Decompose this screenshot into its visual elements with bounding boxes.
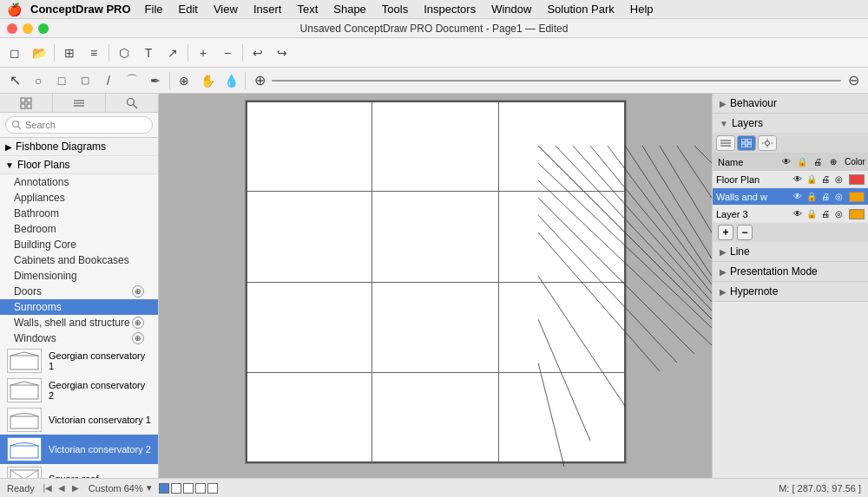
lock-toggle[interactable]: 🔒 [805,190,818,203]
zoom-in-button[interactable]: + [192,42,214,64]
hypernote-header[interactable]: ▶ Hypernote [713,282,868,301]
layers-header[interactable]: ▼ Layers [713,114,868,133]
add-layer-button[interactable]: + [718,225,733,240]
item-sunrooms[interactable]: Sunrooms [0,299,158,315]
layer-tab-grid[interactable] [737,135,756,151]
item-cabinets[interactable]: Cabinets and Bookcases [0,252,158,268]
snap-toggle[interactable]: ◎ [832,207,845,220]
menu-solution-park[interactable]: Solution Park [540,1,621,17]
select-tool[interactable]: ↖ [3,69,26,92]
page-dot-1[interactable] [159,483,169,494]
line-tool[interactable]: / [97,69,120,92]
new-document-button[interactable]: ◻ [3,42,26,64]
shape-square-roof[interactable]: Square roof [0,464,158,478]
eyedropper-tool[interactable]: 💧 [220,69,242,92]
shapes-button[interactable]: ⬡ [113,42,135,64]
item-dimensioning[interactable]: Dimensioning [0,268,158,284]
color-swatch[interactable] [849,174,865,185]
panel-search-button[interactable] [106,94,158,112]
shape-victorian-2[interactable]: Victorian conservatory 2 [0,435,158,464]
layer-color[interactable] [847,192,868,202]
close-button[interactable] [7,23,17,34]
item-annotations[interactable]: Annotations [0,174,158,190]
minimize-button[interactable] [23,23,33,34]
menu-window[interactable]: Window [484,1,538,17]
remove-layer-button[interactable]: − [737,225,753,240]
color-swatch[interactable] [849,209,865,219]
menu-view[interactable]: View [207,1,245,17]
curve-tool[interactable]: ⌒ [121,69,143,92]
color-swatch[interactable] [849,192,865,202]
item-windows[interactable]: Windows ⊕ [0,330,158,346]
page-dot-4[interactable] [195,483,206,494]
snap-toggle[interactable]: ◎ [832,190,845,203]
app-name[interactable]: ConceptDraw PRO [30,3,131,16]
rect-tool[interactable]: □ [50,69,73,92]
behaviour-header[interactable]: ▶ Behaviour [713,94,868,113]
lock-toggle[interactable]: 🔒 [805,207,818,220]
list-view-button[interactable]: ≡ [82,42,105,64]
search-input[interactable] [5,116,153,134]
layer-color[interactable] [847,209,868,219]
menu-edit[interactable]: Edit [172,1,205,17]
shape-georgian-2[interactable]: Georgian conservatory 2 [0,376,158,405]
maximize-button[interactable] [38,23,49,34]
undo-button[interactable]: ↩ [247,42,269,64]
layer-row-walls[interactable]: Walls and w 👁 🔒 🖨 ◎ [713,188,868,206]
item-appliances[interactable]: Appliances [0,190,158,206]
item-bathroom[interactable]: Bathroom [0,206,158,221]
open-button[interactable]: 📂 [28,42,50,64]
menu-insert[interactable]: Insert [247,1,289,17]
eye-toggle[interactable]: 👁 [791,190,804,203]
redo-button[interactable]: ↪ [271,42,293,64]
layer-tab-list[interactable] [716,135,735,151]
menu-help[interactable]: Help [623,1,661,17]
zoom-dropdown-icon[interactable]: ▾ [147,482,152,494]
snap-toggle[interactable]: ◎ [832,173,845,186]
zoom-out-canvas[interactable]: ⊖ [842,69,865,92]
item-bedroom[interactable]: Bedroom [0,221,158,237]
menu-file[interactable]: File [138,1,170,17]
menu-shape[interactable]: Shape [326,1,373,17]
item-building-core[interactable]: Building Core [0,237,158,252]
rounded-rect-tool[interactable]: ▢ [74,69,96,92]
layer-row-floorplan[interactable]: Floor Plan 👁 🔒 🖨 ◎ [713,171,868,188]
text-button[interactable]: T [137,42,160,64]
eye-toggle[interactable]: 👁 [791,207,804,220]
grid-view-button[interactable]: ⊞ [58,42,81,64]
canvas-area[interactable] [159,94,712,478]
pen-tool[interactable]: ✒ [144,69,167,92]
first-page-button[interactable]: |◀ [42,482,54,494]
shape-georgian-1[interactable]: Georgian conservatory 1 [0,346,158,376]
ellipse-tool[interactable]: ○ [27,69,49,92]
zoom-fit[interactable]: ⊕ [173,69,195,92]
item-walls[interactable]: Walls, shell and structure ⊕ [0,315,158,330]
lock-toggle[interactable]: 🔒 [805,173,818,186]
menu-tools[interactable]: Tools [375,1,415,17]
panel-tab-list[interactable] [53,94,106,112]
page-dot-3[interactable] [183,483,194,494]
prev-page-button[interactable]: ◀ [56,482,68,494]
zoom-out-button[interactable]: − [216,42,239,64]
layer-row-3[interactable]: Layer 3 👁 🔒 🖨 ◎ [713,206,868,223]
print-toggle[interactable]: 🖨 [819,173,832,186]
next-page-button[interactable]: ▶ [69,482,82,494]
zoom-in-canvas[interactable]: ⊕ [248,69,271,92]
shape-victorian-1[interactable]: Victorian conservatory 1 [0,405,158,435]
page-dot-5[interactable] [207,483,218,494]
connect-button[interactable]: ↗ [161,42,184,64]
presentation-header[interactable]: ▶ Presentation Mode [713,262,868,281]
layer-tab-settings[interactable] [758,135,777,151]
page-dot-2[interactable] [171,483,181,494]
eye-toggle[interactable]: 👁 [791,173,804,186]
section-fishbone[interactable]: ▶ Fishbone Diagrams [0,138,158,156]
hand-tool[interactable]: ✋ [196,69,219,92]
print-toggle[interactable]: 🖨 [819,190,832,203]
menu-text[interactable]: Text [290,1,325,17]
layer-color[interactable] [847,174,868,185]
item-doors[interactable]: Doors ⊕ [0,284,158,299]
line-header[interactable]: ▶ Line [713,242,868,261]
menu-inspectors[interactable]: Inspectors [417,1,483,17]
panel-tab-shapes[interactable] [0,94,53,112]
apple-menu[interactable]: 🍎 [7,3,22,16]
